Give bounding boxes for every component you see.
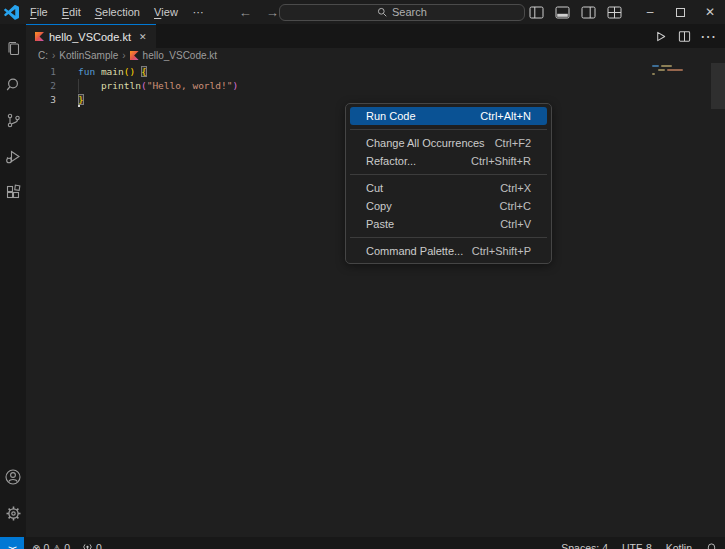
context-menu-item-paste[interactable]: PasteCtrl+V	[350, 215, 547, 233]
tab-bar: hello_VSCode.kt ✕ ⋯	[26, 24, 725, 48]
account-icon[interactable]	[0, 459, 26, 495]
status-bar: >< ⊗ 0 ⚠ 0 0 Spaces: 4 UTF-8 Kotlin	[0, 537, 725, 549]
vertical-scrollbar[interactable]	[711, 63, 725, 109]
warning-icon: ⚠	[52, 543, 61, 549]
problems-indicator[interactable]: ⊗ 0 ⚠ 0	[32, 542, 70, 549]
context-menu-item-command-palette[interactable]: Command Palette...Ctrl+Shift+P	[350, 242, 547, 260]
indentation-status[interactable]: Spaces: 4	[561, 542, 608, 549]
close-window-button[interactable]: ✕	[695, 0, 725, 24]
menubar: FileEditSelectionView	[23, 0, 185, 24]
titlebar-right: – ✕	[525, 0, 725, 24]
code-token: }	[78, 94, 84, 105]
menu-item-shortcut: Ctrl+V	[500, 218, 531, 230]
menu-separator	[350, 174, 547, 175]
search-icon	[377, 7, 387, 17]
breadcrumb-item[interactable]: KotlinSample	[59, 50, 118, 61]
menu-item-shortcut: Ctrl+C	[500, 200, 531, 212]
more-actions-icon[interactable]: ⋯	[699, 27, 717, 45]
menu-item-label: Copy	[366, 200, 392, 212]
search-input[interactable]: Search	[279, 4, 525, 21]
search-sidebar-icon[interactable]	[0, 66, 26, 102]
activity-bar	[0, 24, 26, 537]
notifications-bell-icon[interactable]	[706, 542, 717, 549]
remote-indicator[interactable]: ><	[0, 537, 24, 549]
code-token: )	[232, 80, 238, 91]
toggle-secondary-sidebar-icon[interactable]	[577, 1, 599, 23]
minimap[interactable]	[652, 65, 700, 77]
vscode-window: FileEditSelectionView ⋯ ← → Search	[0, 0, 725, 549]
source-control-icon[interactable]	[0, 102, 26, 138]
menu-separator	[350, 129, 547, 130]
statusbar-right: Spaces: 4 UTF-8 Kotlin	[561, 542, 725, 549]
line-number: 2	[26, 79, 56, 93]
extensions-icon[interactable]	[0, 174, 26, 210]
tab-close-icon[interactable]: ✕	[139, 32, 147, 42]
warning-count: 0	[64, 542, 70, 549]
menu-item-shortcut: Ctrl+Alt+N	[480, 110, 531, 122]
code-token: println	[101, 80, 141, 91]
explorer-icon[interactable]	[0, 30, 26, 66]
indent-guide	[78, 79, 79, 93]
line-content: fun main() {	[78, 65, 147, 79]
editor-group: hello_VSCode.kt ✕ ⋯ C:›KotlinSample›hell…	[26, 24, 725, 537]
ports-indicator[interactable]: 0	[82, 542, 102, 549]
context-menu-item-change-all-occurrences[interactable]: Change All OccurrencesCtrl+F2	[350, 134, 547, 152]
search-placeholder: Search	[392, 6, 427, 18]
context-menu-item-refactor[interactable]: Refactor...Ctrl+Shift+R	[350, 152, 547, 170]
code-token: main	[101, 66, 124, 77]
tab-label: hello_VSCode.kt	[49, 31, 131, 43]
minimize-button[interactable]: –	[635, 0, 665, 24]
code-line[interactable]: 1fun main() {	[26, 65, 725, 79]
title-bar: FileEditSelectionView ⋯ ← → Search	[0, 0, 725, 24]
menu-item-shortcut: Ctrl+X	[500, 182, 531, 194]
context-menu-item-copy[interactable]: CopyCtrl+C	[350, 197, 547, 215]
breadcrumb-item[interactable]: hello_VSCode.kt	[143, 50, 218, 61]
breadcrumb-item[interactable]: C:	[38, 50, 48, 61]
split-editor-icon[interactable]	[675, 27, 693, 45]
context-menu-item-cut[interactable]: CutCtrl+X	[350, 179, 547, 197]
menu-item-shortcut: Ctrl+F2	[495, 137, 531, 149]
menu-file[interactable]: File	[23, 0, 55, 24]
settings-gear-icon[interactable]	[0, 495, 26, 531]
chevron-right-icon: ›	[122, 50, 125, 61]
code-token: {	[141, 66, 147, 77]
run-debug-icon[interactable]	[0, 138, 26, 174]
line-number: 1	[26, 65, 56, 79]
code-line[interactable]: 2 println("Hello, world!")	[26, 79, 725, 93]
editor-actions: ⋯	[651, 24, 725, 48]
language-mode-status[interactable]: Kotlin	[666, 542, 692, 549]
customize-layout-icon[interactable]	[603, 1, 625, 23]
menu-separator	[350, 237, 547, 238]
error-count: 0	[43, 542, 49, 549]
history-navigation: ← →	[239, 5, 279, 20]
line-content: println("Hello, world!")	[78, 79, 238, 93]
toggle-primary-sidebar-icon[interactable]	[525, 1, 547, 23]
ports-count: 0	[96, 542, 102, 549]
run-code-icon[interactable]	[651, 27, 669, 45]
go-back-icon[interactable]: ←	[239, 5, 252, 20]
chevron-right-icon: ›	[52, 50, 55, 61]
menu-item-label: Paste	[366, 218, 394, 230]
code-token: "Hello, world!"	[147, 80, 233, 91]
menu-item-shortcut: Ctrl+Shift+R	[471, 155, 531, 167]
go-forward-icon[interactable]: →	[266, 5, 279, 20]
menu-edit[interactable]: Edit	[55, 0, 88, 24]
context-menu-item-run-code[interactable]: Run CodeCtrl+Alt+N	[350, 107, 547, 125]
vscode-logo-icon	[0, 5, 23, 20]
menubar-more-button[interactable]: ⋯	[185, 0, 213, 24]
line-number: 3	[26, 93, 56, 107]
kotlin-file-icon	[35, 32, 44, 41]
encoding-status[interactable]: UTF-8	[622, 542, 652, 549]
toggle-panel-icon[interactable]	[551, 1, 573, 23]
menu-item-label: Command Palette...	[366, 245, 463, 257]
menu-item-label: Cut	[366, 182, 383, 194]
menu-item-label: Run Code	[366, 110, 416, 122]
maximize-button[interactable]	[665, 0, 695, 24]
breadcrumb: C:›KotlinSample›hello_VSCode.kt	[26, 48, 725, 63]
code-token: ()	[124, 66, 135, 77]
menu-selection[interactable]: Selection	[88, 0, 147, 24]
code-token	[78, 80, 101, 91]
menu-item-shortcut: Ctrl+Shift+P	[472, 245, 531, 257]
menu-view[interactable]: View	[147, 0, 185, 24]
tab-hello-vscode[interactable]: hello_VSCode.kt ✕	[26, 24, 156, 48]
